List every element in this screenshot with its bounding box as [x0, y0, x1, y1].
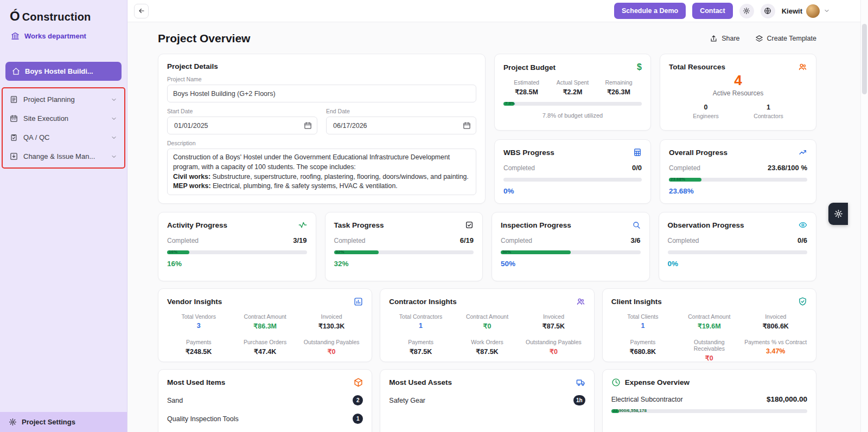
card-title: Client Insights	[611, 298, 662, 306]
budget-progress-bar: 7.8%	[503, 102, 642, 106]
stat-label: Contract Amount	[678, 313, 741, 320]
bar-chart-icon	[354, 297, 363, 306]
list-item[interactable]: Quality Inspection Tools 1	[167, 414, 363, 424]
completed-label: Completed	[668, 237, 699, 244]
table-grid-icon	[633, 148, 642, 157]
expense-amount: $180,000.00	[767, 395, 807, 403]
bar-inline-label: 7.8%	[505, 101, 515, 106]
stat-label: Payments	[611, 339, 674, 345]
expense-row[interactable]: Electrical Subcontractor $180,000.00	[611, 395, 807, 403]
start-date-input[interactable]	[173, 121, 304, 130]
brand-logo-icon: Ó	[10, 9, 20, 24]
total-resources-card: Total Resources 4 Active Resources 0 Eng…	[660, 54, 816, 131]
description-intro: Construction of a Boys' Hostel under the…	[173, 153, 450, 171]
user-menu[interactable]: Kiewit	[782, 4, 830, 18]
page-content: Project Overview Share Create Template	[127, 22, 868, 432]
stat-label: Purchase Orders	[233, 339, 296, 345]
settings-label: Project Settings	[22, 418, 75, 426]
stat-value: 3.47%	[744, 347, 807, 355]
list-item[interactable]: Safety Gear 1h	[389, 395, 585, 405]
percent-value: 32%	[334, 260, 474, 268]
completed-label: Completed	[501, 237, 532, 244]
project-budget-card: Project Budget $ Estimated ₹28.5M Actual…	[494, 54, 651, 131]
sidebar-item-site-execution[interactable]: Site Execution	[3, 109, 124, 128]
back-button[interactable]	[134, 4, 149, 18]
floating-settings-button[interactable]	[828, 203, 848, 225]
people-icon	[576, 297, 585, 306]
bar-inline-label: 23.68%	[671, 177, 685, 182]
expense-progress-bar: 22,900/6,558,178	[611, 409, 807, 413]
card-title: Project Details	[167, 62, 476, 70]
trend-up-icon	[799, 148, 807, 157]
card-title: Inspection Progress	[501, 221, 571, 229]
stat-value: ₹28.5M	[503, 88, 550, 96]
sidebar-item-project-settings[interactable]: Project Settings	[0, 412, 127, 432]
stat-label: Total Clients	[611, 313, 674, 320]
description-civil-text: Substructure, superstructure, roofing, p…	[210, 173, 469, 180]
engineers-count: 0	[693, 104, 718, 111]
chevron-down-icon	[111, 115, 117, 122]
stat-label: Actual Spent	[550, 79, 596, 86]
description-textarea[interactable]: Construction of a Boys' Hostel under the…	[167, 149, 476, 195]
completed-ratio: 6/19	[460, 236, 474, 244]
description-label: Description	[167, 140, 476, 146]
create-template-button[interactable]: Create Template	[755, 35, 817, 43]
percent-value: 0%	[668, 260, 808, 268]
page-scrollbar[interactable]	[860, 0, 868, 432]
end-date-field[interactable]	[326, 117, 476, 134]
settings-gear-button[interactable]	[739, 4, 754, 18]
bar-inline-label: 32%	[336, 249, 344, 255]
count-badge: 2	[353, 395, 363, 405]
end-date-input[interactable]	[332, 121, 463, 130]
active-resources-label: Active Resources	[669, 89, 807, 97]
stat-label: Remaining	[596, 79, 642, 86]
sidebar-item-project-planning[interactable]: Project Planning	[3, 90, 124, 109]
calendar-icon[interactable]	[304, 121, 312, 130]
clock-icon	[611, 378, 621, 387]
globe-button[interactable]	[761, 4, 775, 18]
progress-bar: 32%	[334, 250, 474, 254]
observation-progress-card: Observation Progress Completed 0/6 0%	[659, 212, 817, 281]
contractors-label: Contractors	[754, 113, 783, 119]
contact-button[interactable]: Contact	[692, 3, 733, 19]
start-date-label: Start Date	[167, 108, 317, 114]
stat-label: Estimated	[503, 79, 550, 86]
sidebar-item-project[interactable]: Boys Hostel Buildi...	[5, 62, 122, 81]
list-item[interactable]: Sand 2	[167, 395, 363, 405]
stat-value: ₹19.6M	[678, 322, 741, 330]
percent-value: 50%	[501, 260, 641, 268]
budget-footnote: 7.8% of budget utilized	[503, 112, 642, 119]
card-title: Most Used Assets	[389, 378, 452, 386]
task-progress-card: Task Progress Completed 6/19 32% 32%	[325, 212, 483, 281]
scrollbar-thumb[interactable]	[862, 24, 867, 94]
share-button[interactable]: Share	[710, 35, 739, 43]
package-icon	[354, 378, 363, 387]
stat-label: Payments	[167, 339, 230, 345]
chevron-down-icon	[111, 153, 117, 160]
sidebar-item-qa-qc[interactable]: QA / QC	[3, 128, 124, 147]
project-details-card: Project Details Project Name Start Date	[158, 54, 486, 204]
stat-label: Total Vendors	[167, 313, 230, 320]
nav-label: Project Planning	[23, 95, 75, 104]
brand-name: Construction	[22, 11, 91, 23]
stat-value: ₹680.8K	[611, 347, 674, 356]
completed-ratio: 0/6	[797, 236, 807, 244]
calendar-icon[interactable]	[463, 121, 471, 130]
completed-label: Completed	[503, 164, 535, 172]
stat-label: Outstanding Payables	[300, 339, 363, 345]
card-title: Contractor Insights	[389, 298, 457, 306]
card-title: Task Progress	[334, 221, 384, 229]
stat-value: 1	[389, 322, 452, 330]
stat-value: ₹0	[522, 347, 585, 356]
department-label: Works department	[0, 26, 127, 47]
schedule-demo-button[interactable]: Schedule a Demo	[614, 3, 686, 19]
stat-value: ₹87.5K	[456, 347, 519, 356]
eye-icon	[799, 221, 807, 229]
wbs-progress-card: WBS Progress Completed 0/0 0%	[494, 139, 651, 204]
sidebar-item-change-issue[interactable]: Change & Issue Man...	[3, 147, 124, 166]
card-title: Total Resources	[669, 63, 725, 71]
progress-bar: 16%	[167, 250, 307, 254]
start-date-field[interactable]	[167, 117, 317, 134]
project-name-input[interactable]	[167, 85, 476, 102]
inspection-progress-card: Inspection Progress Completed 3/6 50% 50…	[492, 212, 650, 281]
